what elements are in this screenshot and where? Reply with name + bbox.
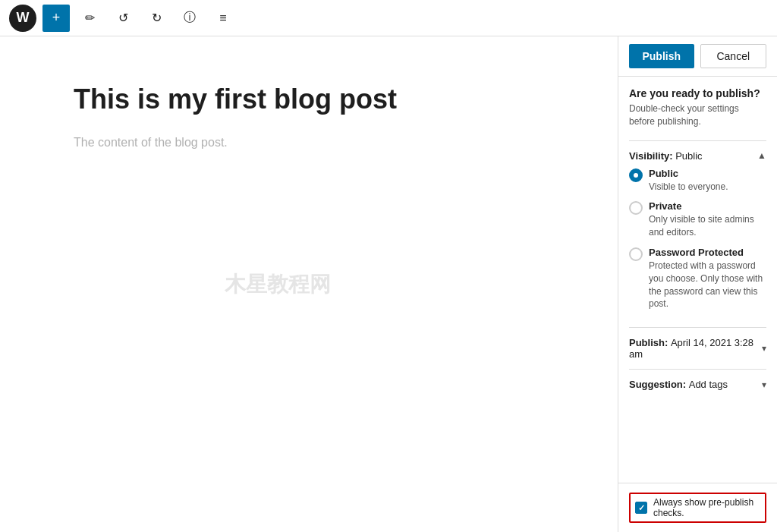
redo-button[interactable]: ↻	[143, 5, 170, 32]
radio-password-content: Password Protected Protected with a pass…	[649, 247, 766, 310]
add-block-button[interactable]: +	[42, 5, 70, 32]
panel-header: Publish Cancel	[618, 36, 777, 77]
suggestion-section[interactable]: Suggestion: Add tags ▾	[629, 369, 766, 399]
suggestion-label-bold: Suggestion:	[629, 379, 689, 390]
undo-icon: ↺	[118, 11, 128, 25]
pre-publish-checkbox[interactable]	[635, 502, 647, 514]
ready-title: Are you ready to publish?	[629, 87, 766, 99]
radio-public-content: Public Visible to everyone.	[649, 168, 728, 194]
radio-public-label: Public	[649, 168, 728, 179]
radio-public-icon	[629, 168, 643, 182]
wp-logo-text: W	[17, 10, 30, 26]
menu-button[interactable]: ≡	[209, 5, 237, 32]
radio-password-icon	[629, 247, 643, 261]
visibility-value: Public	[675, 150, 702, 162]
visibility-option-public[interactable]: Public Visible to everyone.	[629, 168, 766, 194]
cancel-button[interactable]: Cancel	[700, 44, 767, 68]
panel-body: Are you ready to publish? Double-check y…	[618, 77, 777, 410]
visibility-option-private[interactable]: Private Only visible to site admins and …	[629, 200, 766, 239]
undo-button[interactable]: ↺	[109, 5, 137, 32]
visibility-label: Visibility: Public	[629, 150, 703, 162]
radio-password-label: Password Protected	[649, 247, 766, 258]
main-layout: This is my first blog post The content o…	[0, 36, 777, 532]
menu-icon: ≡	[219, 11, 226, 25]
editor-area: This is my first blog post The content o…	[0, 36, 618, 532]
publish-date-label-bold: Publish:	[629, 337, 671, 348]
radio-private-desc: Only visible to site admins and editors.	[649, 213, 766, 239]
wp-logo[interactable]: W	[9, 5, 36, 32]
pre-publish-checkbox-wrapper: Always show pre-publish checks.	[629, 493, 766, 523]
edit-button[interactable]: ✏	[76, 5, 103, 32]
publish-button[interactable]: Publish	[629, 44, 694, 68]
add-icon: +	[52, 10, 61, 26]
publish-date-chevron-icon: ▾	[762, 343, 766, 354]
visibility-chevron-icon: ▲	[757, 150, 766, 161]
visibility-option-password[interactable]: Password Protected Protected with a pass…	[629, 247, 766, 310]
suggestion-label: Suggestion: Add tags	[629, 379, 728, 390]
radio-private-content: Private Only visible to site admins and …	[649, 200, 766, 239]
panel-spacer	[618, 410, 777, 483]
toolbar: W + ✏ ↺ ↻ ⓘ ≡	[0, 0, 777, 36]
visibility-section: Visibility: Public ▲ Public Visible to e…	[629, 140, 766, 328]
suggestion-value: Add tags	[689, 379, 728, 390]
info-button[interactable]: ⓘ	[176, 5, 203, 32]
radio-password-desc: Protected with a password you choose. On…	[649, 260, 766, 310]
ready-subtitle: Double-check your settings before publis…	[629, 102, 766, 128]
publish-date-section[interactable]: Publish: April 14, 2021 3:28 am ▾	[629, 327, 766, 369]
edit-icon: ✏	[85, 11, 95, 25]
visibility-label-bold: Visibility:	[629, 150, 675, 162]
editor-content: This is my first blog post The content o…	[74, 82, 544, 486]
pre-publish-label: Always show pre-publish checks.	[653, 497, 760, 518]
redo-icon: ↻	[152, 11, 162, 25]
publish-date-label: Publish: April 14, 2021 3:28 am	[629, 337, 762, 360]
visibility-section-header[interactable]: Visibility: Public ▲	[629, 150, 766, 162]
right-panel: Publish Cancel Are you ready to publish?…	[618, 36, 777, 532]
radio-public-desc: Visible to everyone.	[649, 181, 728, 194]
panel-footer: Always show pre-publish checks.	[618, 483, 777, 532]
radio-private-icon	[629, 201, 643, 215]
info-icon: ⓘ	[184, 10, 196, 26]
radio-private-label: Private	[649, 200, 766, 212]
post-title[interactable]: This is my first blog post	[74, 82, 544, 118]
post-body[interactable]: The content of the blog post.	[74, 136, 544, 150]
suggestion-chevron-icon: ▾	[762, 379, 766, 390]
